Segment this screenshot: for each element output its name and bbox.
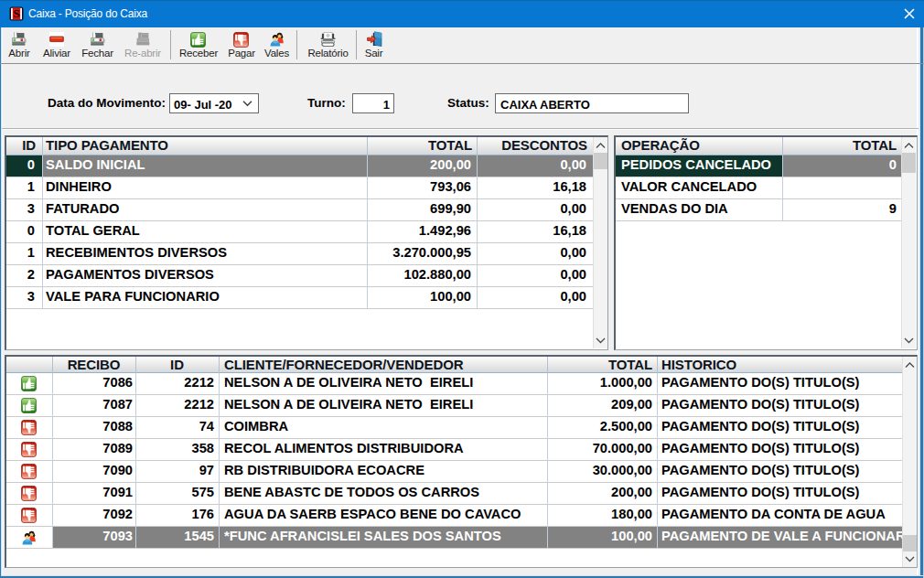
svg-text:S: S xyxy=(13,6,20,20)
